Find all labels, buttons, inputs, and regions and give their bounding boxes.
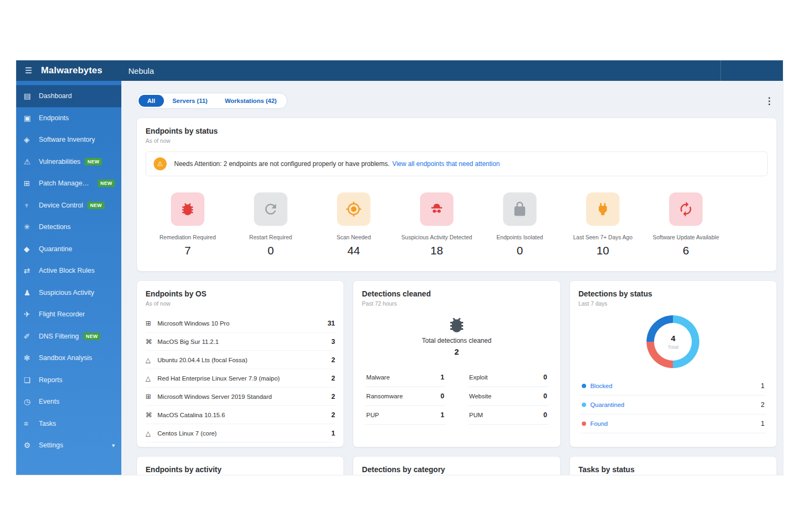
sidebar-item-settings[interactable]: ⚙ Settings ▾ <box>16 434 121 457</box>
view-endpoints-link[interactable]: View all endpoints that need attention <box>393 160 500 168</box>
sidebar-item-detections[interactable]: ✳ Detections <box>16 216 121 238</box>
lock-icon <box>503 192 536 226</box>
stat-malware: Malware 1 <box>365 368 445 387</box>
tile-restart-required[interactable]: Restart Required 0 <box>230 192 312 257</box>
sidebar-item-label: DNS Filtering <box>39 333 79 340</box>
sidebar-item-device-control[interactable]: ♆ Device Control NEW <box>16 195 121 217</box>
tile-suspicious-activity-detected[interactable]: Suspicious Activity Detected 18 <box>396 192 478 257</box>
spy-icon <box>420 192 453 226</box>
stat-value: 0 <box>441 392 444 400</box>
found-dot-icon <box>582 422 586 426</box>
status-donut-chart[interactable]: 4 Total <box>646 315 699 368</box>
bug-icon <box>171 192 204 226</box>
tile-remediation-required[interactable]: Remediation Required 7 <box>147 192 229 257</box>
brand-logo: Malwarebytes <box>41 65 122 76</box>
legend-quarantined[interactable]: Quarantined 2 <box>581 396 766 414</box>
total-detections-label: Total detections cleaned <box>362 337 551 344</box>
legend-blocked[interactable]: Blocked 1 <box>581 377 766 396</box>
cleaned-total: Total detections cleaned 2 <box>362 315 551 356</box>
tile-endpoints-isolated[interactable]: Endpoints Isolated 0 <box>479 192 561 257</box>
sidebar-item-label: Flight Recorder <box>39 310 85 318</box>
topbar-right-section <box>720 60 783 81</box>
tile-software-update-available[interactable]: Software Update Available 6 <box>645 192 727 257</box>
os-list-item[interactable]: △ Centos Linux 7 (core) 1 <box>146 424 335 443</box>
tile-last-seen[interactable]: Last Seen 7+ Days Ago 10 <box>562 192 644 257</box>
sidebar-item-label: Reports <box>39 376 63 384</box>
legend-value: 1 <box>761 420 765 427</box>
dashboard-icon: ▤ <box>24 92 39 100</box>
sidebar-item-label: Detections <box>39 223 71 231</box>
os-name: Red Hat Enterprise Linux Server 7.9 (mai… <box>157 375 280 382</box>
os-list-item[interactable]: △ Red Hat Enterprise Linux Server 7.9 (m… <box>146 369 335 388</box>
os-name: Microsoft Windows 10 Pro <box>157 320 230 327</box>
sidebar-item-label: Patch Management <box>39 179 93 187</box>
sidebar-item-reports[interactable]: ❏ Reports <box>16 369 121 391</box>
tile-value: 6 <box>645 244 727 257</box>
tab-all[interactable]: All <box>139 95 164 107</box>
tab-workstations[interactable]: Workstations (42) <box>216 95 285 107</box>
detections-by-status-card: Detections by status Last 7 days 4 Total <box>569 280 777 447</box>
card-title: Detections by category <box>362 465 551 474</box>
tile-label: Scan Needed <box>313 234 395 240</box>
stat-pum: PUM 0 <box>468 406 548 425</box>
card-title: Detections cleaned <box>362 289 551 298</box>
tile-value: 0 <box>479 244 561 257</box>
hamburger-menu-icon[interactable]: ☰ <box>16 66 41 75</box>
active-block-rules-icon: ⇄ <box>24 266 39 275</box>
tab-servers[interactable]: Servers (11) <box>164 95 216 107</box>
os-count: 3 <box>327 338 335 346</box>
new-badge: NEW <box>98 179 115 187</box>
legend-label: Found <box>590 420 608 427</box>
os-name: MacOS Catalina 10.15.6 <box>157 412 225 418</box>
filter-tabs-row: All Servers (11) Workstations (42) ⋮ <box>136 93 777 109</box>
tasks-icon: ≡ <box>24 419 39 428</box>
stat-value: 0 <box>544 411 547 419</box>
sidebar-item-label: Active Block Rules <box>39 267 95 274</box>
card-title: Tasks by status <box>579 465 768 474</box>
os-list-item[interactable]: ⊞ Microsoft Windows Server 2019 Standard… <box>146 388 335 406</box>
sidebar-item-label: Tasks <box>39 420 56 427</box>
sidebar-item-flight-recorder[interactable]: ✈ Flight Recorder <box>16 303 121 326</box>
sidebar-item-label: Device Control <box>39 202 83 209</box>
sidebar-item-label: Suspicious Activity <box>39 289 94 296</box>
legend-found[interactable]: Found 1 <box>581 414 766 433</box>
os-count: 2 <box>327 411 335 419</box>
endpoints-by-os-card: Endpoints by OS As of now ⊞ Microsoft Wi… <box>136 280 344 447</box>
sidebar-item-quarantine[interactable]: ◆ Quarantine <box>16 238 121 260</box>
sidebar-item-patch-management[interactable]: ⊞ Patch Management NEW <box>16 172 121 195</box>
kebab-menu-icon[interactable]: ⋮ <box>765 95 774 107</box>
sidebar-item-events[interactable]: ◷ Events <box>16 391 121 413</box>
sidebar-item-vulnerabilities[interactable]: ⚠ Vulnerabilities NEW <box>16 151 121 173</box>
os-name: Centos Linux 7 (core) <box>157 430 217 437</box>
card-title: Detections by status <box>579 289 768 298</box>
events-icon: ◷ <box>24 397 39 406</box>
apple-icon: ⌘ <box>146 411 157 419</box>
sidebar-item-software-inventory[interactable]: ◈ Software Inventory <box>16 129 121 151</box>
sidebar-item-sandbox-analysis[interactable]: ✻ Sandbox Analysis <box>16 347 121 369</box>
vulnerabilities-icon: ⚠ <box>24 157 39 166</box>
dns-filtering-icon: ✐ <box>24 332 39 341</box>
stat-website: Website 0 <box>468 387 548 406</box>
legend-label: Blocked <box>590 383 613 389</box>
new-badge: NEW <box>83 333 100 340</box>
stat-pup: PUP 1 <box>365 406 445 425</box>
tile-label: Last Seen 7+ Days Ago <box>562 234 644 240</box>
os-list-item[interactable]: △ Ubuntu 20.04.4 Lts (focal Fossa) 2 <box>146 351 335 369</box>
os-count: 1 <box>327 430 335 437</box>
scope-tabs: All Servers (11) Workstations (42) <box>136 93 287 109</box>
sidebar-item-suspicious-activity[interactable]: ♟ Suspicious Activity <box>16 282 121 304</box>
patch-management-icon: ⊞ <box>24 179 39 188</box>
alert-text: Needs Attention: 2 endpoints are not con… <box>174 160 390 168</box>
os-list-item[interactable]: ⌘ MacOS Big Sur 11.2.1 3 <box>146 333 335 351</box>
sidebar-item-tasks[interactable]: ≡ Tasks <box>16 413 121 435</box>
sidebar-item-dashboard[interactable]: ▤ Dashboard <box>16 85 121 107</box>
sidebar-item-active-block-rules[interactable]: ⇄ Active Block Rules <box>16 260 121 282</box>
os-list-item[interactable]: ⊞ Microsoft Windows 10 Pro 31 <box>146 314 335 333</box>
sidebar-item-dns-filtering[interactable]: ✐ DNS Filtering NEW <box>16 326 121 348</box>
card-title: Endpoints by status <box>146 127 768 135</box>
sidebar-item-endpoints[interactable]: ▣ Endpoints <box>16 107 121 129</box>
os-name: MacOS Big Sur 11.2.1 <box>157 338 219 345</box>
sync-icon <box>669 192 703 226</box>
tile-scan-needed[interactable]: Scan Needed 44 <box>313 192 395 257</box>
os-list-item[interactable]: ⌘ MacOS Catalina 10.15.6 2 <box>146 406 335 424</box>
